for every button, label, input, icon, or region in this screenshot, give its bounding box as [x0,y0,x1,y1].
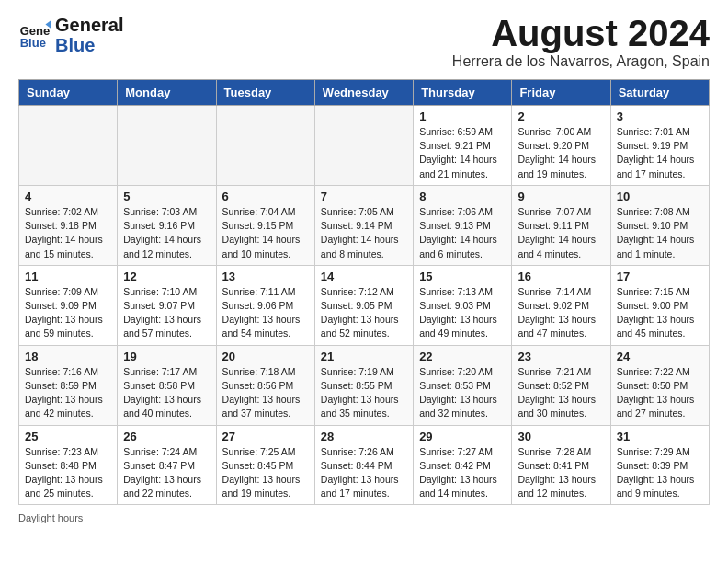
day-number: 11 [25,270,111,283]
day-info: Sunrise: 7:05 AMSunset: 9:14 PMDaylight:… [321,205,407,261]
day-number: 6 [222,190,309,203]
table-row: 23Sunrise: 7:21 AMSunset: 8:52 PMDayligh… [512,345,610,425]
table-row: 28Sunrise: 7:26 AMSunset: 8:44 PMDayligh… [314,425,413,505]
day-info: Sunrise: 7:24 AMSunset: 8:47 PMDaylight:… [123,445,210,501]
day-number: 13 [222,270,309,283]
table-row: 13Sunrise: 7:11 AMSunset: 9:06 PMDayligh… [216,265,314,345]
day-number: 22 [419,350,506,363]
day-info: Sunrise: 7:29 AMSunset: 8:39 PMDaylight:… [617,445,703,501]
day-number: 15 [419,270,506,283]
day-info: Sunrise: 7:23 AMSunset: 8:48 PMDaylight:… [25,445,111,501]
day-info: Sunrise: 7:10 AMSunset: 9:07 PMDaylight:… [123,285,210,341]
day-number: 23 [518,350,604,363]
table-row: 24Sunrise: 7:22 AMSunset: 8:50 PMDayligh… [610,345,709,425]
day-number: 14 [321,270,407,283]
day-number: 1 [419,109,506,123]
day-info: Sunrise: 7:18 AMSunset: 8:56 PMDaylight:… [222,365,309,421]
day-number: 31 [617,430,703,443]
day-number: 26 [123,430,210,443]
logo-general-text: General [55,15,123,35]
day-number: 16 [518,270,604,283]
day-info: Sunrise: 7:19 AMSunset: 8:55 PMDaylight:… [321,365,407,421]
day-number: 30 [518,430,604,443]
calendar-table: Sunday Monday Tuesday Wednesday Thursday… [18,79,710,505]
logo-blue-text: Blue [55,35,123,55]
col-saturday: Saturday [610,80,709,106]
day-info: Sunrise: 7:01 AMSunset: 9:19 PMDaylight:… [617,125,703,181]
day-number: 8 [419,190,506,203]
day-number: 25 [25,430,111,443]
day-info: Sunrise: 7:11 AMSunset: 9:06 PMDaylight:… [222,285,309,341]
day-number: 4 [25,190,111,203]
day-number: 29 [419,430,506,443]
day-number: 7 [321,190,407,203]
logo-icon: General Blue [18,18,51,52]
calendar-week-2: 4Sunrise: 7:02 AMSunset: 9:18 PMDaylight… [19,185,710,265]
table-row: 11Sunrise: 7:09 AMSunset: 9:09 PMDayligh… [19,265,118,345]
table-row: 10Sunrise: 7:08 AMSunset: 9:10 PMDayligh… [610,185,709,265]
day-info: Sunrise: 6:59 AMSunset: 9:21 PMDaylight:… [419,125,506,181]
calendar-week-1: 1Sunrise: 6:59 AMSunset: 9:21 PMDaylight… [19,106,710,186]
daylight-hours-label: Daylight hours [18,512,83,523]
table-row: 29Sunrise: 7:27 AMSunset: 8:42 PMDayligh… [414,425,512,505]
table-row: 31Sunrise: 7:29 AMSunset: 8:39 PMDayligh… [610,425,709,505]
calendar-header-row: Sunday Monday Tuesday Wednesday Thursday… [19,80,710,106]
day-number: 12 [123,270,210,283]
day-info: Sunrise: 7:08 AMSunset: 9:10 PMDaylight:… [617,205,703,261]
title-section: August 2024 Herrera de los Navarros, Ara… [452,15,710,70]
calendar-week-4: 18Sunrise: 7:16 AMSunset: 8:59 PMDayligh… [19,345,710,425]
col-tuesday: Tuesday [216,80,314,106]
day-info: Sunrise: 7:09 AMSunset: 9:09 PMDaylight:… [25,285,111,341]
location-text: Herrera de los Navarros, Aragon, Spain [452,53,710,70]
day-info: Sunrise: 7:07 AMSunset: 9:11 PMDaylight:… [518,205,604,261]
svg-text:Blue: Blue [20,36,46,50]
day-info: Sunrise: 7:04 AMSunset: 9:15 PMDaylight:… [222,205,309,261]
day-number: 28 [321,430,407,443]
day-info: Sunrise: 7:00 AMSunset: 9:20 PMDaylight:… [518,125,604,181]
col-monday: Monday [118,80,216,106]
day-info: Sunrise: 7:28 AMSunset: 8:41 PMDaylight:… [518,445,604,501]
day-info: Sunrise: 7:14 AMSunset: 9:02 PMDaylight:… [518,285,604,341]
day-number: 27 [222,430,309,443]
day-number: 21 [321,350,407,363]
table-row: 15Sunrise: 7:13 AMSunset: 9:03 PMDayligh… [414,265,512,345]
day-info: Sunrise: 7:03 AMSunset: 9:16 PMDaylight:… [123,205,210,261]
col-sunday: Sunday [19,80,118,106]
day-info: Sunrise: 7:15 AMSunset: 9:00 PMDaylight:… [617,285,703,341]
day-info: Sunrise: 7:12 AMSunset: 9:05 PMDaylight:… [321,285,407,341]
day-number: 19 [123,350,210,363]
table-row: 1Sunrise: 6:59 AMSunset: 9:21 PMDaylight… [414,106,512,186]
table-row: 25Sunrise: 7:23 AMSunset: 8:48 PMDayligh… [19,425,118,505]
calendar-week-5: 25Sunrise: 7:23 AMSunset: 8:48 PMDayligh… [19,425,710,505]
table-row: 7Sunrise: 7:05 AMSunset: 9:14 PMDaylight… [314,185,413,265]
col-thursday: Thursday [414,80,512,106]
table-row: 16Sunrise: 7:14 AMSunset: 9:02 PMDayligh… [512,265,610,345]
table-row: 26Sunrise: 7:24 AMSunset: 8:47 PMDayligh… [118,425,216,505]
table-row: 12Sunrise: 7:10 AMSunset: 9:07 PMDayligh… [118,265,216,345]
table-row: 21Sunrise: 7:19 AMSunset: 8:55 PMDayligh… [314,345,413,425]
table-row: 5Sunrise: 7:03 AMSunset: 9:16 PMDaylight… [118,185,216,265]
day-number: 18 [25,350,111,363]
table-row: 8Sunrise: 7:06 AMSunset: 9:13 PMDaylight… [414,185,512,265]
day-info: Sunrise: 7:06 AMSunset: 9:13 PMDaylight:… [419,205,506,261]
day-info: Sunrise: 7:25 AMSunset: 8:45 PMDaylight:… [222,445,309,501]
day-number: 20 [222,350,309,363]
table-row: 3Sunrise: 7:01 AMSunset: 9:19 PMDaylight… [610,106,709,186]
table-row [314,106,413,186]
table-row: 30Sunrise: 7:28 AMSunset: 8:41 PMDayligh… [512,425,610,505]
day-info: Sunrise: 7:21 AMSunset: 8:52 PMDaylight:… [518,365,604,421]
page-container: General Blue General Blue August 2024 He… [0,0,728,538]
day-number: 9 [518,190,604,203]
table-row: 6Sunrise: 7:04 AMSunset: 9:15 PMDaylight… [216,185,314,265]
table-row: 14Sunrise: 7:12 AMSunset: 9:05 PMDayligh… [314,265,413,345]
col-friday: Friday [512,80,610,106]
day-number: 2 [518,109,604,123]
day-info: Sunrise: 7:02 AMSunset: 9:18 PMDaylight:… [25,205,111,261]
table-row [19,106,118,186]
calendar-week-3: 11Sunrise: 7:09 AMSunset: 9:09 PMDayligh… [19,265,710,345]
day-info: Sunrise: 7:20 AMSunset: 8:53 PMDaylight:… [419,365,506,421]
day-number: 5 [123,190,210,203]
table-row [118,106,216,186]
day-number: 10 [617,190,703,203]
col-wednesday: Wednesday [314,80,413,106]
